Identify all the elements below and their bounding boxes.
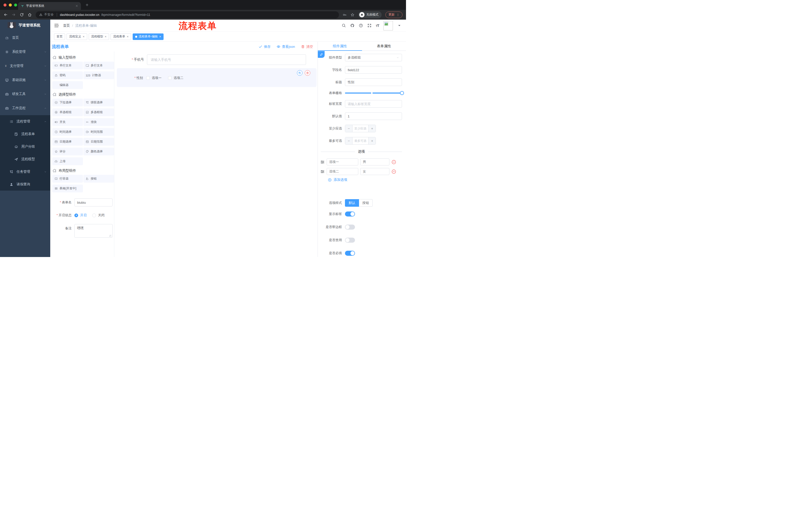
gender-option-选项二[interactable]: 选项二 bbox=[168, 76, 183, 80]
toggle-是否带边框[interactable] bbox=[345, 224, 355, 229]
component-chip-按钮[interactable]: 按钮 bbox=[83, 175, 114, 183]
component-chip-计数器[interactable]: 123计数器 bbox=[83, 72, 114, 79]
stepper-plus-button[interactable]: + bbox=[369, 125, 376, 132]
fullscreen-icon[interactable] bbox=[367, 23, 372, 28]
component-chip-编辑器[interactable]: 编辑器 bbox=[52, 81, 83, 89]
status-radio-on[interactable]: 开启 bbox=[75, 213, 87, 218]
option-style-button[interactable]: 按钮 bbox=[359, 199, 373, 207]
component-chip-日期选择[interactable]: 日期选择 bbox=[52, 138, 83, 145]
sidebar-item-用户分组[interactable]: 用户分组 bbox=[0, 140, 50, 153]
grid-slider[interactable] bbox=[345, 92, 402, 93]
menu-dots-icon[interactable] bbox=[397, 13, 400, 16]
sidebar-collapse-icon[interactable] bbox=[54, 23, 59, 28]
component-chip-行容器[interactable]: 行容器 bbox=[52, 175, 83, 183]
browser-tab[interactable]: 芋道管理系统 bbox=[18, 2, 81, 10]
option-value-input[interactable] bbox=[360, 158, 389, 165]
option-label-input[interactable] bbox=[327, 158, 358, 165]
tab-component-props[interactable]: 组件属性 bbox=[318, 42, 362, 51]
github-icon[interactable] bbox=[350, 23, 354, 28]
toggle-是否必填[interactable] bbox=[345, 251, 355, 256]
form-name-input[interactable] bbox=[75, 198, 113, 207]
sidebar-item-工作流程[interactable]: 工作流程 bbox=[0, 101, 50, 115]
toggle-显示标签[interactable] bbox=[345, 212, 355, 217]
back-icon[interactable] bbox=[3, 12, 8, 17]
save-button[interactable]: 保存 bbox=[259, 45, 270, 49]
sidebar-item-支付管理[interactable]: ¥支付管理 bbox=[0, 59, 50, 73]
component-chip-表格[开发中][interactable]: 表格[开发中] bbox=[52, 185, 83, 192]
home-icon[interactable] bbox=[28, 12, 32, 17]
sidebar-item-系统管理[interactable]: 系统管理 bbox=[0, 45, 50, 59]
drag-handle-icon[interactable] bbox=[320, 169, 325, 174]
option-value-input[interactable] bbox=[360, 168, 389, 175]
tag-close-icon[interactable]: × bbox=[127, 35, 128, 38]
option-label-input[interactable] bbox=[327, 168, 358, 175]
component-chip-时间选择[interactable]: 时间选择 bbox=[52, 128, 83, 136]
tab-form-props[interactable]: 表单属性 bbox=[362, 42, 406, 51]
window-minimize-button[interactable] bbox=[9, 3, 12, 6]
component-type-select[interactable]: 多选框组 bbox=[345, 54, 402, 61]
label-width-input[interactable] bbox=[345, 100, 402, 108]
status-radio-off[interactable]: 关闭 bbox=[92, 213, 105, 218]
delete-component-button[interactable] bbox=[305, 70, 310, 76]
component-chip-单选框组[interactable]: 单选框组 bbox=[52, 108, 83, 116]
remove-option-icon[interactable] bbox=[392, 169, 396, 174]
phone-input[interactable] bbox=[147, 54, 306, 65]
checkbox[interactable] bbox=[168, 76, 172, 80]
tag-流程定义[interactable]: 流程定义× bbox=[66, 33, 87, 40]
default-value-input[interactable] bbox=[345, 112, 402, 120]
tag-流程表单[interactable]: 流程表单× bbox=[111, 33, 131, 40]
gender-option-选项一[interactable]: 选项一 bbox=[146, 76, 162, 80]
tag-close-icon[interactable]: × bbox=[159, 35, 161, 38]
window-zoom-button[interactable] bbox=[14, 3, 17, 6]
security-label[interactable]: 不安全 bbox=[44, 12, 54, 17]
add-option-button[interactable]: 添加选项 bbox=[328, 178, 406, 182]
sidebar-item-流程表单[interactable]: 流程表单 bbox=[0, 128, 50, 140]
clear-button[interactable]: 清空 bbox=[301, 45, 313, 49]
link-drawer-handle[interactable] bbox=[318, 51, 325, 58]
sidebar-item-基础设施[interactable]: 基础设施 bbox=[0, 73, 50, 87]
checkbox[interactable] bbox=[146, 76, 150, 80]
sidebar-item-研发工具[interactable]: 研发工具 bbox=[0, 87, 50, 101]
drag-handle-icon[interactable] bbox=[320, 160, 325, 164]
tab-close-icon[interactable] bbox=[76, 4, 78, 7]
bookmark-star-icon[interactable] bbox=[350, 13, 354, 17]
component-chip-日期范围[interactable]: 日期范围 bbox=[83, 138, 114, 145]
view-json-button[interactable]: 查看json bbox=[277, 45, 295, 49]
stepper-plus-button[interactable]: + bbox=[369, 137, 376, 144]
avatar-caret-icon[interactable] bbox=[397, 23, 402, 28]
sidebar-item-流程管理[interactable]: 流程管理 bbox=[0, 115, 50, 128]
tag-首页[interactable]: 首页 bbox=[54, 33, 65, 40]
forward-icon[interactable] bbox=[11, 12, 16, 17]
sidebar-item-请假查询[interactable]: 请假查询 bbox=[0, 178, 50, 191]
new-tab-button[interactable] bbox=[85, 3, 89, 6]
sidebar-item-首页[interactable]: 首页 bbox=[0, 31, 50, 45]
help-icon[interactable] bbox=[359, 23, 363, 28]
url-bar[interactable]: 不安全 dashboard.yudao.iocoder.cn/bpm/manag… bbox=[36, 11, 339, 18]
tag-流程模型[interactable]: 流程模型× bbox=[89, 33, 109, 40]
stepper-minus-button[interactable]: − bbox=[345, 125, 352, 132]
toggle-是否禁用[interactable] bbox=[345, 238, 355, 243]
tag-流程表单-编辑[interactable]: 流程表单-编辑× bbox=[133, 33, 164, 40]
component-chip-级联选择[interactable]: 级联选择 bbox=[83, 99, 114, 106]
app-logo[interactable]: 芋道管理系统 bbox=[0, 20, 50, 31]
tag-close-icon[interactable]: × bbox=[105, 35, 107, 38]
component-chip-单行文本[interactable]: 单行文本 bbox=[52, 62, 83, 70]
font-size-icon[interactable]: TT bbox=[376, 23, 379, 28]
component-chip-多选框组[interactable]: 多选框组 bbox=[83, 108, 114, 116]
reload-icon[interactable] bbox=[20, 12, 24, 17]
slider-handle[interactable] bbox=[400, 91, 404, 95]
field-name-input[interactable] bbox=[345, 66, 402, 74]
component-chip-上传[interactable]: 上传 bbox=[52, 157, 83, 165]
search-icon[interactable] bbox=[342, 23, 346, 28]
option-style-default[interactable]: 默认 bbox=[345, 199, 359, 207]
sidebar-item-流程模型[interactable]: 流程模型 bbox=[0, 153, 50, 165]
remove-option-icon[interactable] bbox=[392, 160, 396, 164]
tag-close-icon[interactable]: × bbox=[83, 35, 85, 38]
selected-component-block[interactable]: *性别 选项一选项二 bbox=[117, 68, 317, 87]
window-close-button[interactable] bbox=[3, 3, 6, 6]
component-chip-开关[interactable]: 开关 bbox=[52, 118, 83, 126]
title-input[interactable] bbox=[345, 78, 402, 86]
form-remark-textarea[interactable]: 嘿嘿 bbox=[75, 224, 113, 238]
stepper-minus-button[interactable]: − bbox=[345, 137, 352, 144]
update-button[interactable]: 更新 bbox=[385, 11, 403, 18]
